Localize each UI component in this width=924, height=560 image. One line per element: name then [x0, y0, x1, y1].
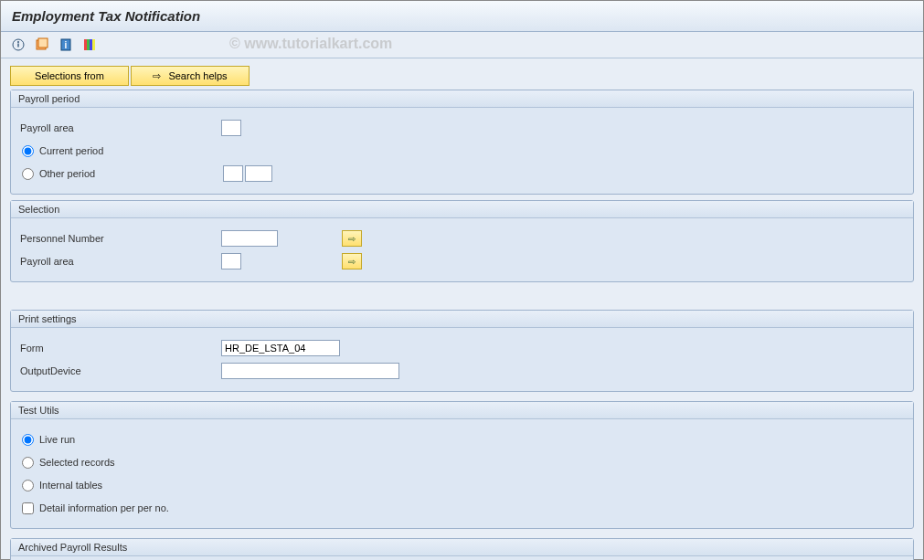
svg-rect-2	[17, 44, 18, 48]
button-label: Selections from	[35, 70, 104, 81]
payroll-period-group: Payroll period Payroll area Current peri…	[10, 90, 914, 195]
detail-info-checkbox[interactable]: Detail information per per no.	[22, 502, 169, 514]
selected-records-radio[interactable]: Selected records	[22, 457, 115, 469]
other-period-input-1[interactable]	[223, 165, 243, 182]
live-run-radio-input[interactable]	[22, 434, 34, 446]
svg-rect-4	[38, 38, 48, 48]
search-helps-button[interactable]: ⇨ Search helps	[131, 66, 250, 86]
content-area: Selections from ⇨ Search helps Payroll p…	[1, 58, 923, 560]
info-icon[interactable]: i	[58, 37, 74, 53]
group-title: Selection	[11, 201, 913, 218]
print-settings-group: Print settings Form OutputDevice	[10, 310, 914, 392]
output-device-label: OutputDevice	[20, 365, 221, 376]
toolbar: i	[1, 32, 923, 58]
archived-results-group: Archived Payroll Results Take Into Accou…	[10, 538, 914, 560]
internal-tables-radio[interactable]: Internal tables	[22, 480, 102, 491]
color-icon[interactable]	[81, 37, 98, 53]
radio-label: Current period	[39, 145, 103, 156]
svg-point-1	[17, 41, 19, 43]
group-title: Archived Payroll Results	[11, 539, 913, 556]
other-period-radio-input[interactable]	[22, 168, 34, 180]
selected-records-radio-input[interactable]	[22, 457, 34, 469]
live-run-radio[interactable]: Live run	[22, 434, 75, 446]
variant-icon[interactable]	[34, 37, 50, 53]
form-input[interactable]	[221, 340, 340, 356]
radio-label: Live run	[39, 434, 75, 445]
svg-text:i: i	[65, 40, 68, 50]
other-period-radio[interactable]: Other period	[22, 168, 223, 180]
button-row: Selections from ⇨ Search helps	[10, 66, 914, 86]
test-utils-group: Test Utils Live run Selected records	[10, 401, 914, 529]
page-title: Employment Tax Notification	[1, 1, 923, 32]
internal-tables-radio-input[interactable]	[22, 480, 34, 491]
group-title: Payroll period	[11, 90, 913, 108]
personnel-number-label: Personnel Number	[20, 233, 221, 244]
payroll-area-label: Payroll area	[20, 122, 221, 133]
execute-icon[interactable]	[10, 37, 27, 53]
current-period-radio[interactable]: Current period	[22, 145, 103, 157]
group-title: Test Utils	[11, 402, 913, 419]
radio-label: Selected records	[39, 457, 115, 468]
current-period-radio-input[interactable]	[22, 145, 34, 157]
radio-label: Other period	[39, 168, 95, 179]
svg-rect-8	[87, 39, 90, 50]
payroll-area-multiselect-button[interactable]: ⇨	[342, 253, 362, 269]
payroll-area-input[interactable]	[221, 120, 241, 136]
selections-from-button[interactable]: Selections from	[10, 66, 129, 86]
radio-label: Internal tables	[39, 480, 102, 491]
arrow-right-icon: ⇨	[153, 70, 161, 82]
detail-info-checkbox-input[interactable]	[22, 502, 34, 514]
button-label: Search helps	[168, 70, 227, 81]
svg-rect-9	[90, 39, 92, 50]
other-period-input-2[interactable]	[245, 165, 272, 182]
payroll-area-label-2: Payroll area	[20, 256, 221, 267]
group-title: Print settings	[11, 311, 913, 328]
personnel-number-multiselect-button[interactable]: ⇨	[342, 230, 362, 247]
svg-rect-7	[84, 39, 87, 50]
svg-rect-10	[92, 39, 95, 50]
app-window: Employment Tax Notification © www.tutori…	[0, 0, 924, 560]
output-device-input[interactable]	[221, 363, 399, 379]
selection-group: Selection Personnel Number ⇨ Payroll are…	[10, 200, 914, 282]
personnel-number-input[interactable]	[221, 230, 278, 247]
payroll-area-input-2[interactable]	[221, 253, 241, 269]
form-label: Form	[20, 343, 221, 354]
checkbox-label: Detail information per per no.	[39, 502, 169, 513]
